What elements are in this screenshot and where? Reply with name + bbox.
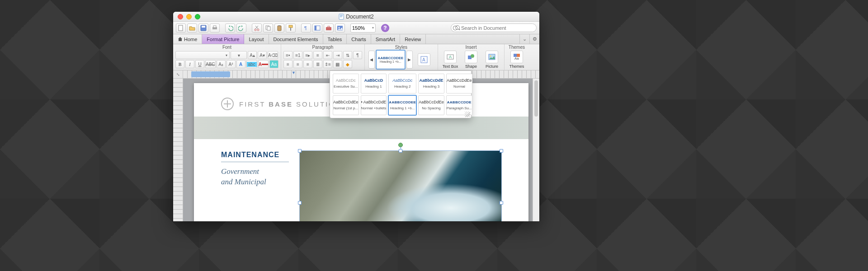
highlight-button[interactable]: abc	[246, 60, 257, 68]
svg-rect-12	[267, 27, 270, 30]
numbering-button[interactable]: ≡1	[293, 51, 302, 59]
tab-tables[interactable]: Tables	[323, 34, 347, 44]
group-title: Font	[175, 44, 278, 50]
clear-formatting-button[interactable]: A⌫	[268, 51, 278, 59]
cut-button[interactable]	[252, 23, 262, 33]
font-size-select[interactable]: ▾	[231, 51, 247, 59]
group-insert: Insert A Text Box Shape Picture	[438, 44, 505, 70]
tab-charts[interactable]: Charts	[347, 34, 371, 44]
group-title: Insert	[440, 44, 502, 50]
justify-button[interactable]: ≣	[313, 60, 322, 68]
align-left-button[interactable]: ≡	[313, 51, 322, 59]
multilevel-list-button[interactable]: ≡▸	[303, 51, 312, 59]
sidebar-button[interactable]	[312, 23, 322, 33]
rotate-handle[interactable]	[398, 143, 403, 147]
style-option[interactable]: AaBbCcDdEeNormal (1st p...	[333, 95, 359, 115]
help-button[interactable]: ?	[381, 24, 389, 32]
toolbox-button[interactable]	[324, 23, 334, 33]
tab-smartart[interactable]: SmartArt	[371, 34, 400, 44]
ribbon-settings-button[interactable]: ⚙	[529, 34, 539, 44]
doc-icon	[339, 14, 344, 20]
italic-button[interactable]: I	[185, 60, 194, 68]
tab-format-picture[interactable]: Format Picture	[202, 34, 244, 44]
tab-review[interactable]: Review	[400, 34, 426, 44]
zoom-select[interactable]: 150%	[350, 23, 376, 33]
shading-button[interactable]: ◆	[343, 60, 352, 68]
picture-icon	[488, 53, 496, 61]
resize-handle-ne[interactable]	[500, 149, 503, 153]
text-effects-button[interactable]: A	[236, 60, 245, 68]
print-button[interactable]	[210, 23, 220, 33]
change-case-button[interactable]: Aa	[269, 60, 278, 68]
tab-home[interactable]: Home	[173, 34, 202, 44]
style-preview: AaBbCcD	[364, 79, 383, 83]
ruler-corner[interactable]: ⤡	[173, 70, 183, 78]
resize-handle-e[interactable]	[500, 201, 503, 205]
indent-marker[interactable]	[292, 70, 296, 78]
align-center-button[interactable]: ≡	[293, 60, 302, 68]
format-painter-button[interactable]	[286, 23, 296, 33]
align-left-button-2[interactable]: ≡	[283, 60, 292, 68]
line-spacing-button[interactable]: ⇕≡	[323, 60, 332, 68]
grow-font-button[interactable]: A▴	[248, 51, 257, 59]
styles-next-button[interactable]: ▶	[406, 51, 413, 69]
save-button[interactable]	[198, 23, 208, 33]
subscript-button[interactable]: A₂	[217, 60, 226, 68]
font-family-select[interactable]	[175, 51, 230, 59]
superscript-button[interactable]: A²	[226, 60, 236, 68]
redo-button[interactable]	[236, 23, 246, 33]
selected-image[interactable]	[300, 151, 501, 221]
align-right-button[interactable]: ≡	[303, 60, 312, 68]
style-option[interactable]: AaBbCcDdEeNo Spacing	[418, 95, 444, 115]
outdent-button[interactable]: ⇤	[323, 51, 332, 59]
insert-textbox-button[interactable]: A Text Box	[440, 51, 460, 69]
bold-button[interactable]: B	[175, 60, 184, 68]
document-title: Document2	[173, 14, 539, 20]
copy-button[interactable]	[263, 23, 273, 33]
open-button[interactable]	[187, 23, 197, 33]
undo-button[interactable]	[225, 23, 235, 33]
underline-button[interactable]: U	[195, 60, 204, 68]
indent-button[interactable]: ⇥	[333, 51, 342, 59]
style-option[interactable]: AaBbCcDcHeading 2	[388, 74, 416, 93]
style-option[interactable]: AaBbCcDcExecutive Su...	[333, 74, 359, 93]
styles-prev-button[interactable]: ◀	[368, 51, 375, 69]
bullets-button[interactable]: ≡•	[283, 51, 292, 59]
resize-handle-nw[interactable]	[298, 149, 302, 153]
style-preview: • AaBbCcDdE	[361, 100, 387, 104]
style-option[interactable]: AABBCCDDEEHeading 1 +b...	[388, 95, 416, 115]
sort-button[interactable]: ⇅	[343, 51, 352, 59]
style-preview: AaBbCcDdE	[419, 79, 443, 83]
group-themes: Themes Aa Themes	[505, 44, 529, 70]
style-label: No Spacing	[422, 106, 440, 110]
insert-shape-button[interactable]: Shape	[461, 51, 481, 69]
titlebar[interactable]: Document2	[173, 12, 539, 22]
ruler-vertical[interactable]	[173, 79, 183, 221]
tab-document-elements[interactable]: Document Elements	[269, 34, 323, 44]
resize-handle-w[interactable]	[298, 201, 302, 205]
new-doc-button[interactable]	[176, 23, 186, 33]
shrink-font-button[interactable]: A▾	[258, 51, 267, 59]
style-option[interactable]: AaBbCcDdEeNormal	[446, 74, 472, 93]
style-tile[interactable]: AABBCCDDEE Heading 1 +b...	[376, 50, 405, 69]
font-color-button[interactable]: A	[258, 60, 269, 68]
style-option[interactable]: AaBbCcDdEHeading 3	[418, 74, 444, 93]
style-option[interactable]: AaBbCcDHeading 1	[361, 74, 387, 93]
insert-picture-button[interactable]: Picture	[482, 51, 502, 69]
strike-button[interactable]: ABC	[205, 60, 216, 68]
style-option[interactable]: • AaBbCcDdENormal +bullets	[361, 95, 387, 115]
styles-pane-button[interactable]: A	[414, 53, 434, 66]
style-preview: AABBCCDDEE	[389, 101, 416, 104]
themes-button[interactable]: Aa Themes	[507, 51, 527, 69]
resize-handle-n[interactable]	[399, 149, 402, 153]
ribbon-collapse-button[interactable]: ⌄	[519, 34, 529, 44]
media-browser-button[interactable]	[335, 23, 345, 33]
vertical-scrollbar[interactable]	[533, 79, 539, 221]
tab-layout[interactable]: Layout	[244, 34, 269, 44]
search-input[interactable]	[451, 23, 537, 32]
paste-button[interactable]	[274, 23, 284, 33]
borders-button[interactable]: ▦	[333, 60, 342, 68]
show-formatting-button[interactable]: ¶	[301, 23, 311, 33]
show-marks-button[interactable]: ¶	[353, 51, 362, 59]
popover-resize-grip[interactable]	[465, 112, 470, 117]
